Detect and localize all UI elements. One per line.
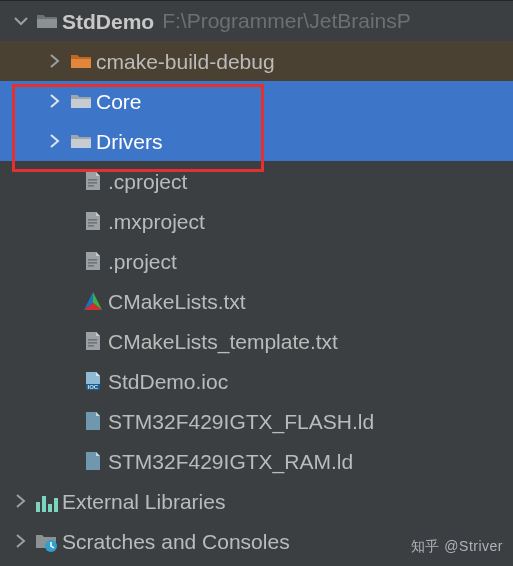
scratches-icon [32, 530, 62, 552]
tree-item-flash-ld[interactable]: STM32F429IGTX_FLASH.ld [0, 401, 513, 441]
tree-item-label: StdDemo.ioc [108, 371, 228, 392]
tree-item-label: .project [108, 251, 177, 272]
chevron-right-icon[interactable] [44, 92, 66, 110]
tree-item-label: .mxproject [108, 211, 205, 232]
project-name: StdDemo [62, 11, 154, 32]
chevron-right-icon[interactable] [10, 492, 32, 510]
file-icon [78, 210, 108, 232]
ld-file-icon [78, 410, 108, 432]
chevron-right-icon[interactable] [44, 132, 66, 150]
file-icon [78, 250, 108, 272]
tree-item-label: CMakeLists.txt [108, 291, 246, 312]
ioc-icon [78, 370, 108, 392]
tree-item-label: CMakeLists_template.txt [108, 331, 338, 352]
file-icon [78, 330, 108, 352]
tree-item-project-root[interactable]: StdDemo F:\Programmer\JetBrainsP [0, 1, 513, 41]
cmake-icon [78, 290, 108, 312]
tree-item-label: cmake-build-debug [96, 51, 275, 72]
tree-item-drivers[interactable]: Drivers [0, 121, 513, 161]
chevron-right-icon[interactable] [44, 52, 66, 70]
tree-item-cproject[interactable]: .cproject [0, 161, 513, 201]
tree-item-cmakelists[interactable]: CMakeLists.txt [0, 281, 513, 321]
folder-icon [66, 90, 96, 112]
tree-item-label: External Libraries [62, 491, 225, 512]
tree-item-cmake-build-debug[interactable]: cmake-build-debug [0, 41, 513, 81]
ld-file-icon [78, 450, 108, 472]
tree-item-cmakelists-template[interactable]: CMakeLists_template.txt [0, 321, 513, 361]
tree-item-core[interactable]: Core [0, 81, 513, 121]
tree-item-label: Core [96, 91, 142, 112]
tree-item-external-libraries[interactable]: External Libraries [0, 481, 513, 521]
chevron-right-icon[interactable] [10, 532, 32, 550]
tree-item-scratches[interactable]: Scratches and Consoles [0, 521, 513, 561]
tree-item-label: Scratches and Consoles [62, 531, 290, 552]
external-libraries-icon [32, 490, 62, 512]
folder-icon [66, 50, 96, 72]
project-path: F:\Programmer\JetBrainsP [162, 9, 411, 33]
tree-item-ioc[interactable]: StdDemo.ioc [0, 361, 513, 401]
file-icon [78, 170, 108, 192]
tree-item-ram-ld[interactable]: STM32F429IGTX_RAM.ld [0, 441, 513, 481]
folder-icon [32, 10, 62, 32]
project-tree: StdDemo F:\Programmer\JetBrainsP cmake-b… [0, 0, 513, 561]
tree-item-project[interactable]: .project [0, 241, 513, 281]
chevron-down-icon[interactable] [10, 12, 32, 30]
tree-item-label: STM32F429IGTX_RAM.ld [108, 451, 353, 472]
folder-icon [66, 130, 96, 152]
tree-item-label: Drivers [96, 131, 163, 152]
tree-item-label: .cproject [108, 171, 187, 192]
tree-item-label: STM32F429IGTX_FLASH.ld [108, 411, 374, 432]
tree-item-mxproject[interactable]: .mxproject [0, 201, 513, 241]
